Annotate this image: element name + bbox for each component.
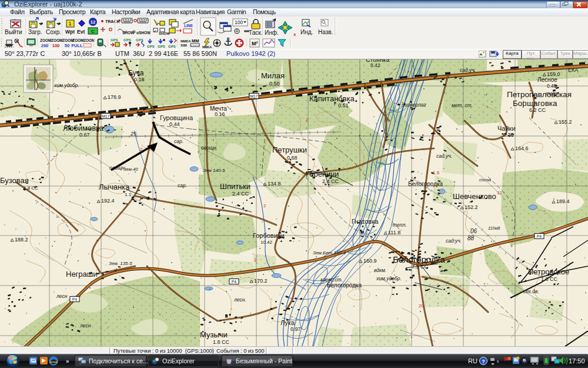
svg-text:тепл.: тепл.: [393, 222, 407, 228]
svg-text:Белогородка: Белогородка: [408, 181, 443, 187]
svg-text:ЕКА: ЕКА: [568, 67, 578, 73]
svg-text:Р4: Р4: [72, 297, 78, 301]
svg-text:GPS: GPS: [168, 45, 176, 48]
svg-text:Wpt: Wpt: [65, 29, 75, 35]
svg-text:06: 06: [470, 228, 477, 234]
svg-text:OziExplorer: OziExplorer: [162, 357, 195, 364]
svg-text:Подключиться к се...: Подключиться к се...: [89, 357, 148, 364]
svg-text:0.30: 0.30: [503, 132, 514, 138]
svg-text:Бузовая: Бузовая: [0, 176, 29, 185]
svg-text:ZOOM: ZOOM: [72, 38, 84, 42]
svg-text:Буча: Буча: [128, 69, 144, 77]
svg-text:88: 88: [467, 235, 475, 241]
svg-text:сосна: сосна: [479, 177, 491, 183]
svg-text:сад.уч.: сад.уч.: [446, 238, 462, 244]
svg-text:25: 25: [130, 131, 137, 137]
svg-text:1.1: 1.1: [125, 192, 132, 197]
svg-text:0.45: 0.45: [547, 83, 557, 89]
svg-text:160.9: 160.9: [363, 258, 377, 264]
svg-text:200: 200: [41, 43, 49, 48]
svg-text:188.2: 188.2: [15, 237, 28, 243]
svg-text:31: 31: [497, 190, 502, 195]
svg-text:2.4 СС: 2.4 СС: [232, 191, 249, 197]
svg-text:ZOOM: ZOOM: [40, 38, 52, 42]
svg-text:овощн.: овощн.: [201, 145, 218, 151]
svg-text:Шевченково: Шевченково: [453, 192, 496, 201]
svg-text:152.2: 152.2: [465, 204, 478, 210]
svg-text:Шпитьки: Шпитьки: [220, 182, 250, 191]
svg-text:М17: М17: [102, 114, 109, 118]
svg-text:178.9: 178.9: [108, 94, 121, 100]
svg-text:Безымянный - Paint: Безымянный - Paint: [236, 357, 292, 364]
svg-text:0.42: 0.42: [370, 62, 380, 68]
svg-text:0.51: 0.51: [338, 102, 349, 108]
svg-text:159.0: 159.0: [547, 71, 560, 77]
svg-text:ZOOM: ZOOM: [83, 38, 95, 42]
svg-text:Зем.Бет 160-4: Зем.Бет 160-4: [313, 250, 346, 256]
svg-text:Петрушки: Петрушки: [272, 145, 307, 154]
svg-text:сад.уч.: сад.уч.: [460, 67, 476, 73]
svg-text:0.44: 0.44: [169, 121, 180, 127]
svg-text:0.50: 0.50: [269, 81, 280, 87]
svg-text:SHOW: SHOW: [159, 32, 170, 35]
svg-text:GPS: GPS: [147, 45, 155, 48]
svg-text:вдкм.: вдкм.: [374, 267, 386, 273]
svg-text:10.42: 10.42: [260, 240, 273, 245]
svg-text:Белогородка: Белогородка: [327, 282, 362, 289]
svg-text:касас.ст.: касас.ст.: [320, 277, 343, 283]
svg-text:134.8: 134.8: [268, 181, 281, 187]
svg-text:1.8 СС: 1.8 СС: [24, 185, 38, 191]
svg-text:GPS: GPS: [123, 38, 131, 42]
svg-text:Лычанка: Лычанка: [99, 183, 130, 191]
svg-text:GPS: GPS: [111, 38, 118, 42]
svg-text:C: C: [91, 29, 95, 34]
svg-text:Загр.: Загр.: [28, 29, 42, 35]
svg-text:Милая: Милая: [261, 71, 285, 80]
svg-text:1.8 СС: 1.8 СС: [541, 276, 558, 282]
svg-text:155.2: 155.2: [559, 119, 572, 125]
svg-text:‹: ‹: [497, 357, 499, 364]
svg-text:х: х: [293, 32, 296, 37]
svg-text:Борщаговка: Борщаговка: [513, 99, 557, 108]
svg-text:сех.дв.: сех.дв.: [523, 289, 539, 294]
svg-text:Выйти: Выйти: [5, 29, 22, 35]
svg-text:TRACK: TRACK: [105, 19, 120, 24]
svg-text:0.16: 0.16: [215, 111, 225, 117]
svg-text:Зем-40: Зем-40: [123, 167, 139, 172]
svg-text:Любимовка: Любимовка: [63, 124, 104, 132]
svg-text:М17: М17: [250, 94, 258, 98]
svg-text:1.8 СС: 1.8 СС: [213, 339, 230, 345]
svg-text:Р4: Р4: [232, 280, 237, 284]
svg-text:Гуровщина: Гуровщина: [160, 114, 193, 121]
svg-text:Evt: Evt: [77, 29, 85, 35]
svg-text:тепл.: тепл.: [546, 91, 560, 97]
svg-text:Петровское: Петровское: [528, 267, 569, 276]
svg-text:0.68: 0.68: [287, 155, 298, 161]
svg-text:?: ?: [482, 359, 485, 364]
svg-text:Петропавловская: Петропавловская: [507, 90, 572, 99]
svg-text:NMEA: NMEA: [181, 39, 191, 43]
svg-text:ZOOM: ZOOM: [51, 38, 63, 42]
svg-text:Гнатовка: Гнатовка: [352, 218, 379, 225]
svg-text:2: 2: [254, 257, 257, 263]
svg-text:17:50: 17:50: [569, 357, 585, 364]
svg-text:лесн.: лесн.: [233, 297, 246, 303]
svg-text:сар.: сар.: [178, 183, 187, 188]
svg-text:»: »: [66, 358, 69, 364]
svg-text:Лесное: Лесное: [537, 77, 557, 83]
svg-text:20: 20: [419, 303, 424, 309]
svg-text:Белогородка: Белогородка: [393, 254, 445, 264]
svg-text:пионерлаг: пионерлаг: [402, 102, 426, 108]
svg-text:Капитановка: Капитановка: [309, 94, 355, 103]
svg-text:oSHOW: oSHOW: [136, 31, 151, 35]
svg-text:сад.уч.: сад.уч.: [436, 153, 452, 159]
svg-text:0.67: 0.67: [79, 132, 90, 138]
svg-text:GPS: GPS: [158, 45, 165, 48]
svg-text:лесн: лесн: [79, 323, 91, 329]
svg-text:2: 2: [263, 203, 266, 208]
svg-text:2.4 СС: 2.4 СС: [322, 178, 339, 184]
svg-text:Назв.: Назв.: [318, 29, 333, 35]
svg-text:50: 50: [65, 43, 69, 48]
svg-text:Таск.: Таск.: [249, 29, 262, 36]
svg-text:LINE: LINE: [184, 24, 193, 28]
